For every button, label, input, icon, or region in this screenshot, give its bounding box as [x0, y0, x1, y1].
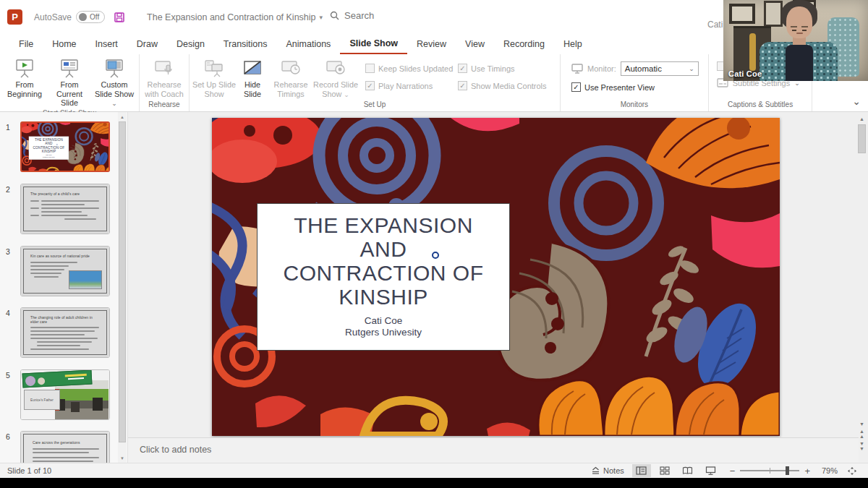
bottom-black-bar: [0, 478, 868, 488]
powerpoint-app-icon[interactable]: P: [7, 9, 22, 25]
chevron-down-icon: ⌄: [852, 95, 861, 107]
main-scrollbar[interactable]: ▲: [857, 114, 867, 437]
tab-design[interactable]: Design: [167, 34, 214, 54]
zoom-in-button[interactable]: +: [804, 466, 810, 476]
slide-title-box[interactable]: THE EXPANSION AND CONTRACTION OF KINSHIP…: [29, 137, 69, 160]
thumbnail-slide-3[interactable]: Kin care as source of national pride: [20, 246, 110, 296]
main-slide-canvas[interactable]: THE EXPANSION AND CONTRACTION OF KINSHIP…: [212, 118, 780, 436]
ribbon-group-monitors: Monitor: Automatic ⌄ ✓ Use Presenter Vie…: [561, 54, 709, 111]
collapse-ribbon-button[interactable]: ⌄: [849, 95, 864, 108]
scroll-down-icon[interactable]: ▼: [118, 453, 127, 463]
autosave-toggle[interactable]: Off: [76, 11, 105, 23]
tab-recording[interactable]: Recording: [494, 34, 554, 54]
thumbnail-slide-6[interactable]: Care across the generations: [20, 431, 110, 463]
author-name: Cati Coe: [258, 315, 509, 327]
thumbnail-slide-4[interactable]: The changing role of adult children in e…: [20, 307, 110, 358]
rehearse-with-coach-button: Rehearse with Coach: [142, 54, 187, 98]
tab-transitions[interactable]: Transitions: [214, 34, 277, 54]
custom-slide-show-button[interactable]: Custom Slide Show ⌄: [92, 54, 137, 108]
normal-view-icon: [636, 466, 647, 475]
scroll-up-icon[interactable]: ▲: [118, 112, 127, 121]
ribbon-group-set-up: Set Up Slide Show Hide Slide: [190, 54, 561, 111]
webcam-overlay: Cati Coe: [723, 0, 868, 81]
scroll-down-icon[interactable]: ▼: [859, 421, 864, 427]
thumbnail-slide-1[interactable]: THE EXPANSION AND CONTRACTION OF KINSHIP…: [20, 121, 110, 172]
autosave-control[interactable]: AutoSave Off: [34, 11, 105, 23]
tab-animations[interactable]: Animations: [277, 34, 341, 54]
scrollbar-thumb[interactable]: [858, 124, 866, 153]
zoom-slider-thumb[interactable]: [786, 466, 789, 475]
monitor-dropdown[interactable]: Automatic ⌄: [621, 61, 699, 76]
checkbox-show-media-controls: ✓ Show Media Controls: [458, 81, 552, 90]
statue: [749, 33, 756, 71]
search-placeholder: Search: [344, 10, 374, 21]
audio-object-icon[interactable]: [432, 252, 439, 259]
slide-show-view-button[interactable]: [702, 464, 720, 477]
slide-frame: Kin care as source of national pride: [23, 249, 107, 294]
scroll-up-icon[interactable]: ▲: [857, 114, 867, 124]
hide-slide-button[interactable]: Hide Slide: [237, 54, 268, 98]
notes-toggle-button[interactable]: Notes: [585, 466, 630, 475]
zoom-slider[interactable]: [740, 470, 799, 471]
tab-view[interactable]: View: [456, 34, 494, 54]
editor-workspace: 1: [0, 112, 868, 463]
notes-placeholder[interactable]: Click to add notes: [140, 445, 211, 455]
notes-toggle-label: Notes: [603, 466, 624, 475]
thumbnail-slide-body: Kin care as source of national pride: [21, 247, 109, 296]
zoom-level[interactable]: 79%: [814, 466, 838, 475]
picture-frame: [729, 4, 755, 24]
thumbnail-title: The changing role of adult children in e…: [24, 311, 106, 324]
slide-frame: Care across the generations: [23, 434, 107, 463]
notes-panel[interactable]: Click to add notes: [128, 438, 859, 463]
autosave-state: Off: [90, 13, 99, 21]
button-label: From Current Slide: [47, 80, 92, 108]
checkbox-keep-slides-updated: Keep Slides Updated: [365, 64, 449, 73]
tab-slide-show[interactable]: Slide Show: [340, 34, 407, 54]
checkbox-label: Use Presenter View: [584, 83, 655, 92]
slide-number: 6: [6, 432, 10, 441]
thumbnail-slide-body: Eunice's Father: [21, 370, 109, 419]
next-slide-button[interactable]: ▼▼: [859, 441, 864, 451]
fit-slide-to-window-button[interactable]: [843, 464, 861, 477]
tab-help[interactable]: Help: [554, 34, 592, 54]
reading-view-button[interactable]: [678, 464, 697, 477]
thumbnail-scrollbar[interactable]: ▲ ▼: [118, 112, 127, 463]
account-name-partial: Cati: [707, 20, 723, 30]
title-line: THE EXPANSION: [258, 213, 509, 237]
from-beginning-button[interactable]: From Beginning: [2, 54, 47, 98]
document-title[interactable]: The Expansion and Contraction of Kinship…: [147, 12, 323, 22]
tab-review[interactable]: Review: [407, 34, 456, 54]
tab-file[interactable]: File: [9, 34, 43, 54]
thumbnail-photo: [55, 380, 109, 419]
presenter-shirt: [786, 45, 813, 81]
previous-slide-button[interactable]: ▲▲: [859, 429, 864, 439]
eye: [802, 30, 807, 31]
checkbox-use-presenter-view[interactable]: ✓ Use Presenter View: [571, 82, 699, 92]
group-label-set-up: Set Up: [192, 99, 558, 111]
search-input[interactable]: Search: [330, 10, 374, 21]
scrollbar-thumb[interactable]: [119, 121, 126, 442]
record-slide-show-button: Record Slide Show ⌄: [313, 54, 358, 98]
notes-icon: [591, 466, 600, 475]
zoom-out-button[interactable]: −: [730, 466, 736, 476]
slide-author: Cati Coe Rutgers Univesity: [258, 315, 509, 338]
group-label-rehearse: Rehearse: [142, 99, 187, 111]
zoom-control: − +: [730, 466, 810, 476]
normal-view-button[interactable]: [632, 464, 651, 477]
thumbnail-slide-2[interactable]: The precarity of a child's care: [20, 184, 110, 234]
thumbnail-slide-5[interactable]: Eunice's Father: [20, 369, 110, 420]
thumbnail-title: The precarity of a child's care: [24, 187, 106, 196]
custom-show-icon: [103, 58, 125, 78]
check-icon: ✓: [459, 65, 465, 72]
slide-indicator: Slide 1 of 10: [7, 466, 51, 475]
setup-show-icon: [203, 58, 225, 78]
tab-insert[interactable]: Insert: [86, 34, 127, 54]
slide-title: THE EXPANSION AND CONTRACTION OF KINSHIP: [258, 213, 509, 309]
tab-home[interactable]: Home: [43, 34, 85, 54]
button-label: Custom Slide Show ⌄: [92, 80, 137, 108]
slide-title-box[interactable]: THE EXPANSION AND CONTRACTION OF KINSHIP…: [257, 203, 510, 351]
slide-sorter-view-button[interactable]: [655, 464, 674, 477]
save-button[interactable]: [114, 12, 125, 23]
from-current-slide-button[interactable]: From Current Slide: [47, 54, 92, 108]
tab-draw[interactable]: Draw: [127, 34, 167, 54]
